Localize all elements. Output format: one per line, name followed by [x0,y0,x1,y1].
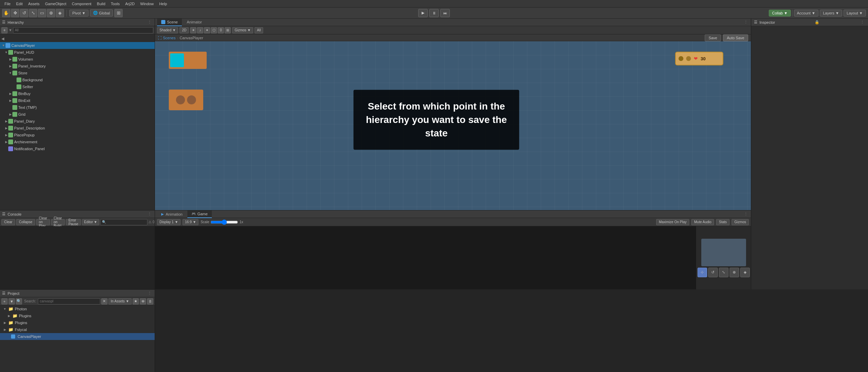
menu-tools[interactable]: Tools [108,1,122,7]
hierarchy-row-panel-inventory[interactable]: ▶ Panel_Inventory [0,63,155,70]
menu-file[interactable]: File [2,1,13,7]
snap-tool[interactable]: ⊞ [114,9,123,17]
step-button[interactable]: ⏭ [440,9,450,17]
console-search[interactable] [100,219,147,225]
mute-audio-btn[interactable]: Mute Audio [691,219,714,225]
project-folder-plugins[interactable]: ▶ 📁 Plugins [0,312,155,319]
console-clear-btn[interactable]: Clear [1,219,15,225]
hierarchy-row-placepopup[interactable]: ▶ PlacePopup [0,132,155,138]
display-dropdown[interactable]: Display 1 ▼ [157,219,180,225]
maximize-on-play-btn[interactable]: Maximize On Play [656,219,690,225]
hierarchy-dots[interactable]: ⋮ [146,19,153,25]
breadcrumb-canvas[interactable]: CanvasPlayer [179,36,203,40]
project-eye-btn[interactable]: 👁 [140,298,146,304]
stats-btn[interactable]: Stats [716,219,730,225]
inspector-dots[interactable]: ⋮ [859,19,865,25]
menu-build[interactable]: Build [94,1,107,7]
scene-grid-icon[interactable]: ⊞ [225,27,231,33]
ratio-dropdown[interactable]: 16:9 ▼ [183,219,198,225]
play-button[interactable]: ▶ [418,9,428,17]
hand-tool[interactable]: ✋ [2,9,10,17]
hierarchy-add-btn[interactable]: + [1,27,8,33]
layers-button[interactable]: Layers ▼ [820,10,842,17]
project-scope-dropdown[interactable]: In Assets ▼ [108,298,132,304]
hierarchy-row-store[interactable]: ▼ Store [0,70,155,76]
menu-component[interactable]: Component [69,1,94,7]
scene-anim-icon[interactable]: 0 [218,27,224,33]
console-collapse-btn[interactable]: Collapse [16,219,35,225]
menu-window[interactable]: Window [138,1,156,7]
menu-assets[interactable]: Assets [26,1,42,7]
save-button[interactable]: Save [705,34,721,41]
console-error-pause-btn[interactable]: Error Pause [66,219,81,225]
project-folder-fstycal[interactable]: ▶ 📁 Fstycal [0,326,155,333]
project-search-input[interactable] [38,298,100,304]
gizmos-dropdown[interactable]: Gizmos ▼ [232,27,253,33]
hierarchy-row-sellter[interactable]: Sellter [0,83,155,90]
hierarchy-row-background[interactable]: Background [0,76,155,83]
scene-light-icon[interactable]: ☀ [190,27,196,33]
menu-gameobject[interactable]: GameObject [43,1,69,7]
hierarchy-row-panel-description[interactable]: ▶ Panel_Description [0,125,155,132]
scene-fx-icon[interactable]: ✦ [204,27,210,33]
scene-audio-icon[interactable]: ♪ [197,27,203,33]
project-star-btn[interactable]: ★ [133,298,139,304]
hierarchy-row-notification-panel[interactable]: Notification_Panel [0,145,155,152]
project-folder-photon[interactable]: ▼ 📁 Photon [0,306,155,312]
scene-tab-dots[interactable]: ⋮ [743,19,749,25]
pivot-button[interactable]: Pivot ▼ [69,10,89,17]
shading-dropdown[interactable]: Shaded ▼ [157,27,178,33]
project-item-canvasplayer[interactable]: CanvasPlayer [0,333,155,340]
hierarchy-row-volumen[interactable]: ▶ Volumen [0,56,155,63]
autosave-button[interactable]: Auto Save [723,34,748,41]
hierarchy-back[interactable]: ◀ [0,35,155,42]
menu-edit[interactable]: Edit [14,1,25,7]
console-editor-dropdown[interactable]: Editor ▼ [82,219,99,225]
hierarchy-row-btnexit[interactable]: ▶ BtnExit [0,97,155,104]
hierarchy-row-text-tmp[interactable]: Text (TMP) [0,104,155,111]
account-button[interactable]: Account ▼ [794,10,819,17]
project-dots[interactable]: ⋮ [146,290,153,297]
scene-canvas[interactable]: ❤ 30 Select from which point in the hier… [155,41,751,210]
console-dots[interactable]: ⋮ [146,211,153,217]
all-dropdown[interactable]: All [255,27,263,33]
project-add-btn[interactable]: + [1,298,8,304]
layout-button[interactable]: Layout ▼ [844,10,866,17]
project-size-btn[interactable]: 8 [147,298,153,304]
project-search-clear[interactable]: ✕ [101,298,107,304]
hierarchy-row-panel-hud[interactable]: ▼ Panel_HUD [0,49,155,56]
game-icon-rotate[interactable]: ↺ [708,268,718,277]
global-button[interactable]: 🌐 Global [90,9,113,17]
tab-animation[interactable]: ▶ Animation [157,210,187,218]
game-gizmos-btn[interactable]: Gizmos [732,219,749,225]
project-folder-plugins2[interactable]: ▶ 📁 Plugins [0,319,155,326]
tab-game[interactable]: 🎮 Game [187,210,212,218]
tab-scene[interactable]: Scene [157,19,182,26]
menu-help[interactable]: Help [157,1,169,7]
scene-sky-icon[interactable]: ⬡ [211,27,217,33]
game-icon-transform[interactable]: ⊕ [730,268,739,277]
game-icon-move[interactable]: ⊹ [698,268,707,277]
scale-slider[interactable] [210,219,238,225]
breadcrumb-scenes[interactable]: Scenes [163,36,176,40]
menu-arj2d[interactable]: Arj2D [123,1,137,7]
project-search-icon[interactable]: 🔍 [16,298,22,304]
bottom-tab-dots[interactable]: ⋮ [743,211,749,217]
transform-tool[interactable]: ⊕ [47,9,55,17]
console-clear-on-play-btn[interactable]: Clear on Play [36,219,50,225]
scale-tool[interactable]: ⤡ [29,9,37,17]
custom-tool[interactable]: ◈ [56,9,64,17]
hierarchy-search[interactable] [13,27,153,33]
rect-tool[interactable]: ▭ [38,9,46,17]
project-filter-btn[interactable]: ▼ [9,298,15,304]
rotate-tool[interactable]: ↺ [20,9,28,17]
2d-button[interactable]: 2D [179,27,189,33]
move-tool[interactable]: ✥ [11,9,19,17]
hierarchy-row-grid[interactable]: ▶ Grid [0,111,155,118]
hierarchy-row-archievement[interactable]: ▶ Archievement [0,138,155,145]
game-icon-scale[interactable]: ⤡ [719,268,728,277]
hierarchy-row-btnbuy[interactable]: ▶ BtnBuy [0,90,155,97]
collab-button[interactable]: Collab ▼ [769,10,790,17]
game-icon-custom[interactable]: ◈ [740,268,750,277]
pause-button[interactable]: ⏸ [429,9,439,17]
